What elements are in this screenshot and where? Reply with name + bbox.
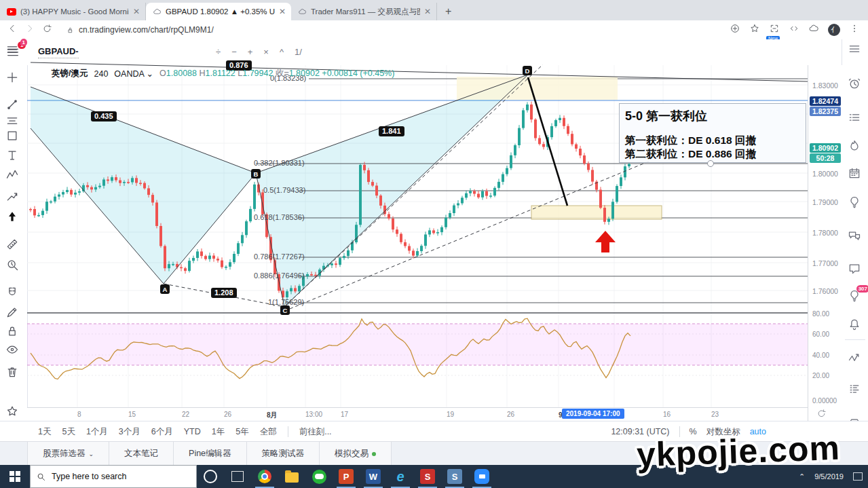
cloud-sync-icon[interactable] <box>808 23 819 37</box>
tool-ruler[interactable] <box>5 238 22 254</box>
taskbar-edge[interactable]: e <box>387 465 414 488</box>
sidebar-calendar[interactable] <box>848 166 864 183</box>
panel-tab-股票筛选器[interactable]: 股票筛选器⌄ <box>27 442 109 466</box>
tool-xabcd-pattern[interactable] <box>5 168 22 185</box>
tool-lock[interactable] <box>5 324 22 341</box>
taskbar-word[interactable]: W <box>360 465 387 488</box>
tool-crosshair[interactable] <box>5 71 22 87</box>
range-YTD[interactable]: YTD <box>184 427 201 436</box>
rsi-tick: 60.00 <box>812 331 829 338</box>
tab-close-icon[interactable]: ✕ <box>133 7 140 16</box>
taskbar-date[interactable]: 9/5/2019 <box>814 472 844 481</box>
taskbar-wechat[interactable] <box>305 465 333 488</box>
taskbar-explorer[interactable] <box>278 465 305 488</box>
taskbar-powerpoint[interactable]: P <box>333 465 360 488</box>
browser-tab-2[interactable]: Trader Mars911 — 交易观点与图✕ <box>291 3 437 20</box>
tool-trash[interactable] <box>5 365 22 381</box>
tool-drawing-lock[interactable] <box>5 305 22 322</box>
operator-÷[interactable]: ÷ <box>216 47 221 57</box>
time-tick: 23 <box>711 411 719 418</box>
price-tick: 1.77000 <box>812 259 838 267</box>
tool-star[interactable] <box>5 405 22 421</box>
operator-^[interactable]: ^ <box>280 47 284 57</box>
taskbar-zoom-app[interactable] <box>468 465 495 488</box>
browser-tab-1[interactable]: GBPAUD 1.80902 ▲ +0.35% Unn✕ <box>146 3 291 20</box>
cloud-icon <box>153 7 162 16</box>
sidebar-menu[interactable] <box>848 42 864 58</box>
range-1个月[interactable]: 1个月 <box>86 426 108 438</box>
taskbar-search[interactable]: Type here to search <box>30 465 197 488</box>
panel-tab-文本笔记[interactable]: 文本笔记 <box>109 442 174 466</box>
time-axis[interactable]: 81522268月13:001719269月916232019-09-04 17… <box>27 407 808 421</box>
range-1年[interactable]: 1年 <box>212 426 225 438</box>
symbol-search-input[interactable]: GBPAUD- <box>38 46 79 58</box>
range-3个月[interactable]: 3个月 <box>119 426 140 438</box>
chart-plot-area[interactable] <box>27 65 808 407</box>
tool-zoom-in[interactable] <box>5 258 22 274</box>
tool-trendline[interactable] <box>5 98 22 114</box>
start-button[interactable] <box>0 465 30 488</box>
forward-icon[interactable] <box>24 23 35 37</box>
taskbar-s-blue[interactable]: S <box>441 465 468 488</box>
sidebar-idea[interactable]: 307 <box>848 289 864 305</box>
range-5天[interactable]: 5天 <box>62 426 75 438</box>
youtube-icon <box>7 8 16 16</box>
tool-hide-all[interactable] <box>5 343 22 359</box>
goto-date-button[interactable]: 前往刻... <box>299 426 332 438</box>
range-5年[interactable]: 5年 <box>235 426 248 438</box>
tool-text[interactable] <box>5 149 22 165</box>
taskbar-task-view[interactable] <box>224 465 251 488</box>
range-6个月[interactable]: 6个月 <box>151 426 173 438</box>
tray-chevron-icon[interactable]: ⌃ <box>799 472 805 481</box>
browser-tab-0[interactable]: (3) HAPPY Music - Good Mornin✕ <box>0 3 146 20</box>
sidebar-alarm[interactable] <box>848 77 864 93</box>
tool-shapes[interactable] <box>5 129 22 145</box>
sidebar-watchlist[interactable] <box>848 111 864 127</box>
sidebar-fire[interactable] <box>848 139 864 155</box>
range-全部[interactable]: 全部 <box>260 426 277 438</box>
watermark: ykpojie.com <box>636 428 841 474</box>
price-badge: 1.80902 <box>810 143 841 153</box>
taskbar-chrome[interactable] <box>251 465 278 488</box>
reload-icon[interactable] <box>42 24 52 37</box>
tool-forecast[interactable] <box>5 189 22 206</box>
code-icon[interactable] <box>789 23 799 37</box>
sidebar-idea[interactable] <box>848 195 864 212</box>
time-cursor-badge: 2019-09-04 17:00 <box>562 409 624 419</box>
address-bar[interactable]: cn.tradingview.com/chart/rpQLM9M1/ <box>59 23 723 37</box>
price-scale[interactable]: 1.830001.800001.790001.780001.770001.760… <box>808 65 842 421</box>
profile-icon[interactable]: 亻 <box>828 24 840 36</box>
price-tick: 1.76000 <box>812 287 838 295</box>
tool-arrow-up[interactable] <box>5 210 22 226</box>
sidebar-dom[interactable] <box>848 382 864 398</box>
tab-close-icon[interactable]: ✕ <box>424 7 431 16</box>
sidebar-chats[interactable] <box>848 229 864 246</box>
taskbar-cortana[interactable] <box>197 465 224 488</box>
back-icon[interactable] <box>7 23 18 37</box>
operator-−[interactable]: − <box>231 47 237 57</box>
reset-scale-icon[interactable] <box>816 409 827 421</box>
panel-tab-模拟交易[interactable]: 模拟交易 <box>320 442 392 466</box>
panel-tab-策略测试器[interactable]: 策略测试器 <box>247 442 320 466</box>
sidebar-bell[interactable] <box>848 318 864 334</box>
zoom-plus-icon[interactable] <box>730 23 740 37</box>
operator-1/[interactable]: 1/ <box>295 47 302 57</box>
extension-icon[interactable]: New <box>769 23 780 37</box>
new-tab-button[interactable]: + <box>437 5 459 20</box>
tab-close-icon[interactable]: ✕ <box>279 7 286 16</box>
tool-menu[interactable]: 1 <box>5 43 22 59</box>
tool-fib-retracement[interactable] <box>5 114 22 130</box>
sidebar-chat[interactable] <box>848 262 864 278</box>
operator-×[interactable]: × <box>263 47 269 57</box>
operator-+[interactable]: + <box>248 47 253 57</box>
padlock-icon <box>66 26 75 35</box>
menu-dots-icon[interactable] <box>849 23 860 37</box>
time-tick: 15 <box>128 411 136 418</box>
tool-magnet[interactable] <box>5 286 22 302</box>
action-center-icon[interactable] <box>853 472 863 481</box>
bookmark-star-icon[interactable] <box>749 23 760 37</box>
taskbar-s-red[interactable]: S <box>414 465 441 488</box>
range-1天[interactable]: 1天 <box>38 426 51 438</box>
sidebar-zigzag[interactable] <box>848 352 864 368</box>
panel-tab-Pine编辑器[interactable]: Pine编辑器 <box>174 442 247 466</box>
